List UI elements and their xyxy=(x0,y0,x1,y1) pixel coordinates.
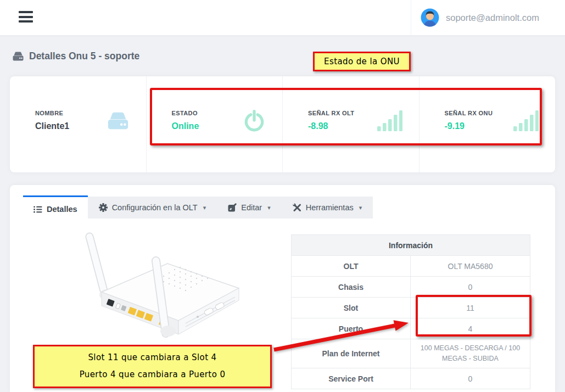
row-value: 0 xyxy=(411,368,530,389)
top-navbar: soporte@adminolt.com xyxy=(0,0,565,36)
tab-editar[interactable]: Editar ▾ xyxy=(217,197,281,219)
onu-product-image xyxy=(76,229,273,347)
row-label: Slot xyxy=(292,298,411,318)
annotation-text: Estado de la ONU xyxy=(324,57,400,66)
row-label: Plan de Internet xyxy=(292,339,411,368)
tools-icon xyxy=(293,203,301,212)
status-item-nombre: NOMBRE Cliente1 xyxy=(10,76,147,172)
row-label: Puerto xyxy=(292,318,411,339)
onu-icon xyxy=(12,51,24,61)
row-value: 0 xyxy=(411,277,530,297)
avatar[interactable] xyxy=(421,8,439,27)
row-label: Service Port xyxy=(292,368,411,389)
chevron-down-icon: ▾ xyxy=(203,204,206,211)
row-value: 100 MEGAS - DESCARGA / 100 MEGAS - SUBID… xyxy=(411,339,530,368)
status-value: Cliente1 xyxy=(35,121,69,131)
annotation-text: Puerto 4 que cambiara a Puerto 0 xyxy=(80,369,226,379)
tab-detalles[interactable]: Detalles xyxy=(23,195,88,221)
gear-icon xyxy=(99,203,108,212)
breadcrumb: Detalles Onu 5 - soporte xyxy=(12,51,139,62)
tab-label: Editar xyxy=(241,203,262,212)
tab-bar: Detalles xyxy=(23,195,373,221)
hdd-icon xyxy=(107,111,130,131)
annotation-text: Slot 11 que cambiara a Slot 4 xyxy=(88,352,216,362)
status-label: NOMBRE xyxy=(35,110,69,116)
tab-label: Configuración en la OLT xyxy=(112,203,198,212)
annotation-rect-status xyxy=(150,88,542,145)
hamburger-menu-icon[interactable] xyxy=(19,11,33,24)
chevron-down-icon: ▾ xyxy=(267,204,271,211)
tab-herramientas[interactable]: Herramientas ▾ xyxy=(282,197,373,219)
edit-icon xyxy=(228,203,237,212)
table-row-plan: Plan de Internet 100 MEGAS - DESCARGA / … xyxy=(292,339,530,368)
table-row-olt: OLT OLT MA5680 xyxy=(292,255,530,276)
user-email[interactable]: soporte@adminolt.com xyxy=(446,13,539,23)
annotation-estado-label: Estado de la ONU xyxy=(313,52,411,71)
chevron-down-icon: ▾ xyxy=(359,204,362,211)
row-value: OLT MA5680 xyxy=(411,256,530,276)
table-row-service-port: Service Port 0 xyxy=(292,368,530,389)
tab-label: Detalles xyxy=(47,205,77,214)
row-label: OLT xyxy=(292,256,411,276)
user-menu[interactable]: soporte@adminolt.com xyxy=(411,0,565,35)
annotation-rect-slot-puerto xyxy=(416,295,532,337)
tab-label: Herramientas xyxy=(306,203,354,212)
list-icon xyxy=(33,205,42,214)
tab-configuracion-olt[interactable]: Configuración en la OLT ▾ xyxy=(88,197,217,219)
page-title: Detalles Onu 5 - soporte xyxy=(29,51,139,62)
info-table-header: Información xyxy=(292,235,530,255)
annotation-note-box: Slot 11 que cambiara a Slot 4 Puerto 4 q… xyxy=(33,345,272,388)
row-label: Chasis xyxy=(292,277,411,297)
table-row-chasis: Chasis 0 xyxy=(292,276,530,297)
